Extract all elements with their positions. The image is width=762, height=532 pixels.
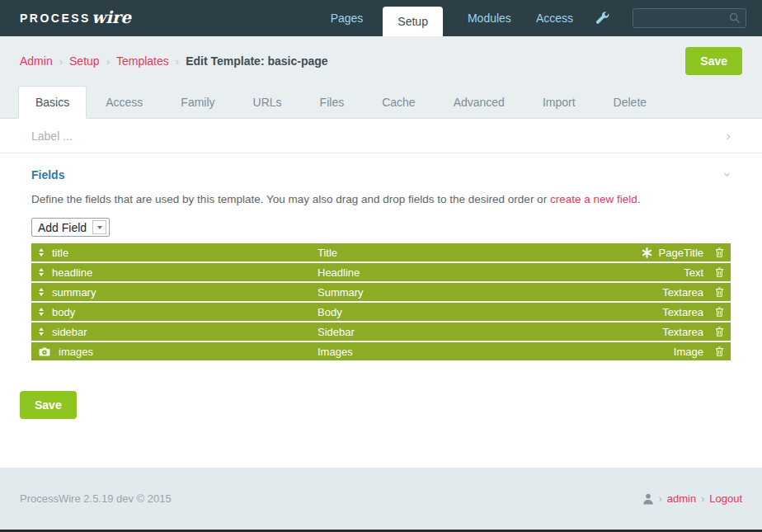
section-label-collapsed[interactable]: Label ... › bbox=[0, 119, 762, 153]
logo-text-process: PROCESS bbox=[20, 12, 91, 25]
drag-handle-icon[interactable] bbox=[39, 308, 44, 316]
field-name: headline bbox=[52, 266, 92, 279]
tab-family[interactable]: Family bbox=[162, 86, 233, 118]
wrench-icon[interactable] bbox=[596, 0, 609, 36]
search-icon bbox=[729, 12, 741, 27]
field-row-body[interactable]: body Body Textarea bbox=[31, 303, 731, 321]
tab-urls[interactable]: URLs bbox=[234, 86, 301, 118]
nav-item-access[interactable]: Access bbox=[536, 0, 573, 36]
field-type-cell: Text bbox=[684, 266, 703, 279]
header-band: Admin › Setup › Templates › Edit Templat… bbox=[0, 36, 762, 119]
tab-delete[interactable]: Delete bbox=[595, 86, 666, 118]
template-edit-tabs: Basics Access Family URLs Files Cache Ad… bbox=[0, 86, 762, 119]
field-label: Images bbox=[318, 346, 674, 358]
field-row-headline[interactable]: headline Headline Text bbox=[31, 263, 731, 281]
field-type-cell: Image bbox=[674, 346, 703, 358]
field-label: Title bbox=[318, 247, 642, 259]
section-fields: Fields › Define the fields that are used… bbox=[0, 153, 762, 360]
field-label: Body bbox=[318, 306, 662, 318]
footer-separator: › bbox=[701, 493, 704, 505]
fields-header: Fields › bbox=[31, 167, 731, 181]
footer-admin-link[interactable]: admin bbox=[667, 492, 696, 505]
fields-description-period: . bbox=[637, 193, 641, 205]
label-section-title: Label ... bbox=[31, 129, 73, 143]
trash-icon[interactable] bbox=[715, 346, 724, 357]
drag-handle-icon[interactable] bbox=[39, 268, 44, 276]
trash-icon[interactable] bbox=[715, 326, 724, 337]
footer-separator: › bbox=[659, 493, 662, 505]
field-name: sidebar bbox=[52, 326, 87, 338]
fields-list: title Title PageTitle headline bbox=[31, 243, 731, 360]
search-box bbox=[633, 8, 746, 28]
footer-user-nav: › admin › Logout bbox=[642, 492, 742, 505]
field-row-images[interactable]: images Images Image bbox=[31, 342, 731, 360]
field-type: PageTitle bbox=[659, 247, 703, 259]
trash-icon[interactable] bbox=[715, 286, 724, 298]
trash-icon[interactable] bbox=[715, 247, 724, 258]
breadcrumb-setup[interactable]: Setup bbox=[69, 54, 100, 68]
tab-import[interactable]: Import bbox=[524, 86, 595, 118]
camera-icon bbox=[39, 347, 50, 356]
logout-link[interactable]: Logout bbox=[709, 492, 742, 505]
field-type-cell: Textarea bbox=[662, 306, 703, 318]
tab-access[interactable]: Access bbox=[87, 86, 162, 118]
primary-nav: Pages Setup Modules Access bbox=[306, 0, 762, 36]
top-navbar: PROCESSwire Pages Setup Modules Access bbox=[0, 0, 762, 36]
drag-handle-icon[interactable] bbox=[39, 327, 44, 336]
required-asterisk-icon bbox=[642, 247, 652, 258]
user-icon bbox=[642, 493, 654, 505]
field-type-cell: Textarea bbox=[662, 326, 703, 338]
field-name: body bbox=[52, 306, 75, 318]
nav-item-modules[interactable]: Modules bbox=[468, 0, 511, 36]
breadcrumb-separator: › bbox=[53, 55, 69, 68]
breadcrumb-admin[interactable]: Admin bbox=[20, 54, 53, 68]
fields-description: Define the fields that are used by this … bbox=[31, 193, 731, 205]
save-button-top[interactable]: Save bbox=[685, 47, 742, 75]
nav-item-pages[interactable]: Pages bbox=[331, 0, 364, 36]
add-field-label: Add Field bbox=[38, 221, 87, 234]
breadcrumb-separator: › bbox=[100, 55, 116, 68]
tab-advanced[interactable]: Advanced bbox=[435, 86, 524, 118]
field-name-cell: body bbox=[39, 306, 318, 318]
field-name-cell: images bbox=[39, 346, 318, 358]
breadcrumb-row: Admin › Setup › Templates › Edit Templat… bbox=[0, 36, 762, 86]
field-name: summary bbox=[52, 286, 96, 299]
field-type: Text bbox=[684, 266, 703, 279]
create-new-field-link[interactable]: create a new field bbox=[550, 193, 637, 205]
tab-files[interactable]: Files bbox=[301, 86, 364, 118]
drag-handle-icon[interactable] bbox=[39, 288, 44, 296]
field-label: Sidebar bbox=[318, 326, 662, 338]
field-name: images bbox=[59, 346, 93, 358]
field-type-cell: PageTitle bbox=[642, 247, 703, 259]
chevron-down-icon[interactable]: › bbox=[722, 172, 736, 177]
field-name-cell: headline bbox=[39, 266, 318, 279]
field-type: Textarea bbox=[662, 326, 703, 338]
field-name-cell: title bbox=[39, 247, 318, 259]
version-text: ProcessWire 2.5.19 dev © 2015 bbox=[20, 492, 172, 505]
breadcrumb: Admin › Setup › Templates › Edit Templat… bbox=[20, 54, 328, 68]
field-label: Headline bbox=[318, 266, 684, 279]
field-row-summary[interactable]: summary Summary Textarea bbox=[31, 283, 731, 301]
nav-item-setup[interactable]: Setup bbox=[383, 7, 443, 36]
field-name: title bbox=[52, 247, 68, 259]
field-row-title[interactable]: title Title PageTitle bbox=[31, 243, 731, 261]
tab-basics[interactable]: Basics bbox=[18, 86, 87, 119]
fields-section-title[interactable]: Fields bbox=[31, 168, 64, 181]
field-type-cell: Textarea bbox=[662, 286, 703, 299]
field-name-cell: sidebar bbox=[39, 326, 318, 338]
tab-cache[interactable]: Cache bbox=[363, 86, 434, 118]
save-button-bottom[interactable]: Save bbox=[20, 391, 77, 419]
add-field-select[interactable]: Add Field bbox=[31, 218, 110, 237]
breadcrumb-separator: › bbox=[169, 55, 186, 68]
field-type: Textarea bbox=[662, 286, 703, 299]
drag-handle-icon[interactable] bbox=[39, 248, 44, 257]
footer: ProcessWire 2.5.19 dev © 2015 › admin › … bbox=[0, 468, 762, 530]
field-name-cell: summary bbox=[39, 286, 318, 299]
breadcrumb-templates[interactable]: Templates bbox=[116, 54, 169, 68]
fields-description-text: Define the fields that are used by this … bbox=[31, 193, 550, 205]
field-row-sidebar[interactable]: sidebar Sidebar Textarea bbox=[31, 322, 731, 341]
trash-icon[interactable] bbox=[715, 266, 724, 278]
chevron-right-icon: › bbox=[726, 129, 731, 143]
trash-icon[interactable] bbox=[715, 306, 724, 318]
processwire-logo[interactable]: PROCESSwire bbox=[0, 0, 131, 36]
